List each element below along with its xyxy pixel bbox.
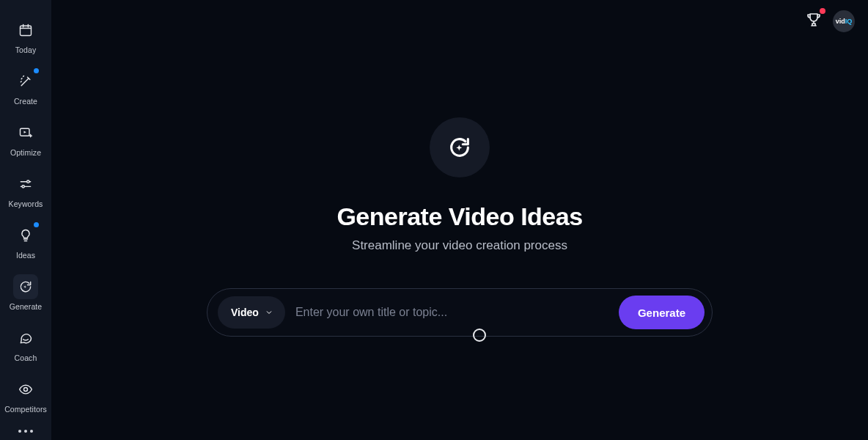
content-type-label: Video [231, 307, 259, 318]
sidebar: Today Create Optimize Keywords Ideas Gen… [0, 0, 51, 440]
sidebar-item-keywords[interactable]: Keywords [0, 164, 51, 216]
sidebar-item-generate[interactable]: Generate [0, 267, 51, 318]
sidebar-item-label: Generate [10, 302, 43, 311]
sidebar-item-label: Optimize [10, 148, 41, 157]
hero: Generate Video Ideas Streamline your vid… [336, 117, 582, 253]
sidebar-item-label: Create [14, 97, 37, 106]
sidebar-item-ideas[interactable]: Ideas [0, 216, 51, 267]
more-menu[interactable] [10, 421, 42, 440]
sidebar-item-today[interactable]: Today [0, 10, 51, 62]
sidebar-item-label: Keywords [9, 199, 43, 208]
sidebar-item-label: Today [15, 45, 37, 54]
svg-point-3 [22, 186, 24, 188]
play-plus-icon [13, 120, 38, 145]
sidebar-item-optimize[interactable]: Optimize [0, 113, 51, 164]
achievements-button[interactable] [805, 11, 823, 32]
sidebar-item-coach[interactable]: Coach [0, 318, 51, 370]
sidebar-item-competitors[interactable]: Competitors [0, 370, 51, 421]
main-content: vidIQ Generate Video Ideas Streamline yo… [51, 0, 868, 440]
svg-rect-0 [21, 26, 32, 35]
topic-input[interactable] [295, 306, 608, 319]
notification-dot [820, 8, 825, 14]
sidebar-item-label: Competitors [4, 405, 47, 414]
generate-input-bar: Video Generate [207, 288, 713, 337]
refresh-sparkle-icon [447, 135, 472, 160]
refresh-ai-icon [13, 274, 38, 299]
sidebar-item-label: Ideas [16, 251, 35, 260]
wand-icon [13, 69, 38, 94]
sidebar-item-create[interactable]: Create [0, 62, 51, 113]
page-title: Generate Video Ideas [336, 202, 582, 231]
chat-icon [13, 326, 38, 351]
svg-point-2 [27, 180, 29, 183]
top-right-actions: vidIQ [805, 10, 855, 32]
notification-dot [34, 222, 39, 227]
hero-icon-wrap [430, 117, 490, 177]
sidebar-item-label: Coach [15, 353, 37, 362]
brand-logo[interactable]: vidIQ [833, 10, 855, 32]
chevron-down-icon [265, 308, 273, 317]
generate-button[interactable]: Generate [619, 296, 705, 329]
calendar-icon [13, 18, 38, 43]
trophy-icon [805, 11, 823, 29]
logo-text: vidIQ [836, 18, 853, 25]
sliders-icon [13, 172, 38, 197]
page-subtitle: Streamline your video creation process [352, 238, 567, 253]
svg-point-4 [24, 388, 28, 392]
notification-dot [34, 68, 39, 73]
content-type-select[interactable]: Video [218, 296, 285, 329]
bulb-icon [13, 223, 38, 248]
cursor-ring [473, 329, 486, 342]
eye-icon [13, 377, 38, 402]
